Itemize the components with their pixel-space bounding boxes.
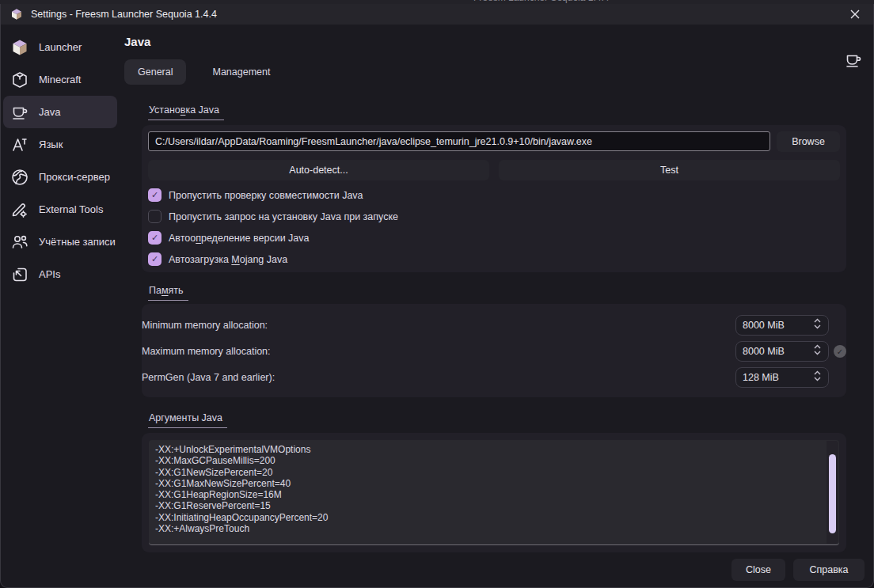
jvm-args-textarea[interactable]: -XX:+UnlockExperimentalVMOptions -XX:Max… bbox=[149, 440, 839, 545]
sidebar-item-label: Прокси-сервер bbox=[39, 171, 110, 183]
sidebar-item-launcher[interactable]: Launcher bbox=[3, 31, 117, 63]
checkbox-label: Пропустить запрос на установку Java при … bbox=[169, 211, 398, 222]
sidebar-item-label: Minecraft bbox=[39, 74, 81, 85]
memory-row-maximum: Maximum memory allocation: 8000 MiB ✓ bbox=[142, 341, 846, 362]
tab-bar: General Management bbox=[124, 59, 873, 85]
globe-icon bbox=[10, 167, 30, 188]
checkbox-label: Автоопределение версии Java bbox=[169, 233, 310, 244]
spinner-arrows-icon[interactable] bbox=[813, 317, 822, 333]
jvm-arg-line: -XX:+AlwaysPreTouch bbox=[155, 523, 823, 534]
memory-ok-badge-icon: ✓ bbox=[834, 345, 846, 358]
max-memory-spinner[interactable]: 8000 MiB bbox=[735, 341, 829, 362]
sidebar-item-label: External Tools bbox=[39, 203, 103, 215]
min-memory-value: 8000 MiB bbox=[743, 320, 785, 331]
close-button[interactable]: Close bbox=[732, 559, 785, 581]
pencil-gear-icon bbox=[10, 199, 30, 220]
auto-detect-button[interactable]: Auto-detect... bbox=[148, 160, 489, 180]
permgen-label: PermGen (Java 7 and earlier): bbox=[142, 372, 275, 383]
sidebar-item-apis[interactable]: APIs bbox=[3, 258, 117, 290]
section-java-arguments: Аргументы Java -XX:+UnlockExperimentalVM… bbox=[124, 410, 873, 552]
checkbox-box[interactable]: ✓ bbox=[148, 188, 162, 202]
accounts-icon bbox=[10, 232, 30, 252]
section-memory: Память Minimum memory allocation: 8000 M… bbox=[124, 283, 873, 397]
section-java-installation: Установка Java Browse Auto-detect... Tes… bbox=[124, 102, 873, 272]
java-path-input[interactable] bbox=[148, 131, 770, 151]
app-logo-icon bbox=[10, 8, 23, 21]
help-button[interactable]: Справка bbox=[793, 559, 864, 581]
checkbox-label: Автозагрузка Mojang Java bbox=[169, 254, 287, 265]
checkbox-label: Пропустить проверку совместимости Java bbox=[169, 190, 363, 201]
page-title: Java bbox=[124, 35, 873, 48]
jvm-arg-line: -XX:MaxGCPauseMillis=200 bbox=[155, 455, 823, 466]
launcher-cube-icon bbox=[10, 37, 30, 58]
max-memory-label: Maximum memory allocation: bbox=[142, 346, 271, 357]
section-label-java-arguments: Аргументы Java bbox=[148, 412, 227, 428]
jvm-arg-line: -XX:G1NewSizePercent=20 bbox=[155, 467, 823, 478]
args-scrollbar-thumb[interactable] bbox=[829, 454, 836, 533]
jvm-arg-line: -XX:+UnlockExperimentalVMOptions bbox=[155, 444, 823, 455]
java-cup-icon bbox=[10, 102, 30, 123]
spinner-arrows-icon[interactable] bbox=[813, 370, 822, 385]
minecraft-cube-icon bbox=[10, 70, 30, 90]
jvm-arg-line: -XX:G1HeapRegionSize=16M bbox=[155, 489, 823, 500]
tab-general[interactable]: General bbox=[124, 59, 186, 85]
sidebar: Launcher Minecraft bbox=[1, 25, 120, 587]
checkbox-box[interactable]: ✓ bbox=[148, 231, 162, 245]
spinner-arrows-icon[interactable] bbox=[813, 343, 822, 359]
checkbox-auto-download-mojang-java[interactable]: ✓ Автозагрузка Mojang Java bbox=[148, 252, 840, 266]
sidebar-item-java[interactable]: Java bbox=[3, 96, 117, 128]
language-icon bbox=[10, 135, 30, 155]
main-content: Java General Management Установка Java bbox=[120, 25, 873, 587]
sidebar-item-proxy[interactable]: Прокси-сервер bbox=[3, 161, 117, 193]
titlebar[interactable]: Settings - Freesm Launcher Sequoia 1.4.4 bbox=[1, 4, 873, 25]
page-java-cup-icon bbox=[844, 51, 863, 70]
sidebar-item-external-tools[interactable]: External Tools bbox=[3, 193, 117, 226]
min-memory-label: Minimum memory allocation: bbox=[142, 320, 268, 331]
window-title: Settings - Freesm Launcher Sequoia 1.4.4 bbox=[31, 9, 217, 20]
screen: Freesm Launcher Sequoia 1.4.4 Settings -… bbox=[0, 0, 874, 588]
browse-button[interactable]: Browse bbox=[777, 131, 840, 152]
checkbox-box[interactable]: ✓ bbox=[148, 252, 162, 266]
jvm-arg-line: -XX:InitiatingHeapOccupancyPercent=20 bbox=[155, 512, 823, 523]
sidebar-item-label: APIs bbox=[39, 268, 60, 280]
sidebar-item-minecraft[interactable]: Minecraft bbox=[3, 63, 117, 96]
memory-row-permgen: PermGen (Java 7 and earlier): 128 MiB bbox=[142, 367, 846, 388]
sidebar-item-accounts[interactable]: Учётные записи bbox=[3, 226, 117, 258]
sidebar-item-label: Язык bbox=[39, 138, 63, 150]
checkbox-skip-java-wizard[interactable]: Пропустить запрос на установку Java при … bbox=[148, 210, 840, 223]
jvm-arg-line: -XX:G1ReservePercent=15 bbox=[155, 500, 823, 511]
section-label-java-installation: Установка Java bbox=[148, 104, 224, 120]
sidebar-item-label: Java bbox=[39, 106, 60, 118]
background-window-title: Freesm Launcher Sequoia 1.4.4 bbox=[473, 0, 609, 3]
checkbox-box[interactable] bbox=[148, 210, 162, 223]
arrow-box-icon bbox=[10, 264, 30, 285]
permgen-value: 128 MiB bbox=[743, 372, 779, 383]
args-scrollbar-track[interactable] bbox=[826, 441, 838, 544]
checkbox-skip-java-compatibility[interactable]: ✓ Пропустить проверку совместимости Java bbox=[148, 188, 840, 202]
memory-row-minimum: Minimum memory allocation: 8000 MiB bbox=[142, 315, 846, 336]
jvm-arg-line: -XX:G1MaxNewSizePercent=40 bbox=[155, 478, 823, 489]
sidebar-item-language[interactable]: Язык bbox=[3, 128, 117, 161]
min-memory-spinner[interactable]: 8000 MiB bbox=[735, 315, 829, 336]
test-button[interactable]: Test bbox=[499, 160, 840, 180]
checkbox-auto-detect-java-version[interactable]: ✓ Автоопределение версии Java bbox=[148, 231, 840, 245]
close-icon bbox=[850, 9, 860, 19]
window-close-button[interactable] bbox=[837, 4, 873, 25]
dialog-footer: Close Справка bbox=[732, 559, 864, 581]
settings-window: Settings - Freesm Launcher Sequoia 1.4.4 bbox=[0, 4, 874, 588]
sidebar-item-label: Launcher bbox=[39, 41, 82, 53]
section-label-memory: Память bbox=[148, 285, 188, 301]
max-memory-value: 8000 MiB bbox=[743, 346, 785, 357]
sidebar-item-label: Учётные записи bbox=[39, 236, 116, 248]
permgen-spinner[interactable]: 128 MiB bbox=[735, 367, 829, 388]
tab-management[interactable]: Management bbox=[199, 59, 283, 85]
